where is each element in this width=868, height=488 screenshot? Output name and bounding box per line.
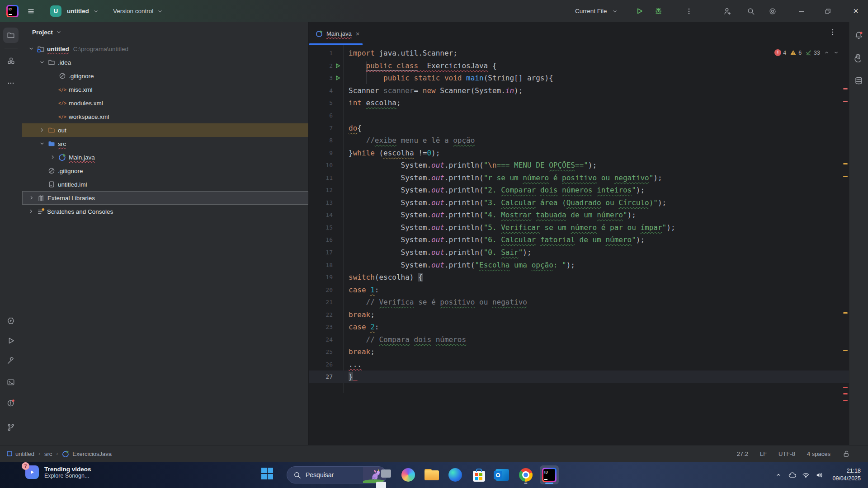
tray-overflow-icon[interactable]: [772, 472, 785, 478]
version-control-tool-button[interactable]: [3, 420, 19, 435]
error-stripe-mark[interactable]: [843, 101, 848, 102]
code-line[interactable]: 23case 2:: [309, 321, 849, 333]
chevron-right-icon[interactable]: [27, 208, 36, 215]
line-number[interactable]: 4: [309, 87, 333, 94]
minimize-button[interactable]: [794, 0, 809, 22]
problems-tool-button[interactable]: [3, 395, 19, 411]
taskbar-clock[interactable]: 21:18 09/04/2025: [832, 467, 861, 483]
code-line[interactable]: 19switch(escolha) {: [309, 271, 849, 284]
tree-item-untitled[interactable]: untitledC:\programa\untitled: [22, 42, 308, 56]
line-number[interactable]: 22: [309, 311, 333, 318]
project-tool-button[interactable]: [3, 28, 19, 43]
code-with-me-button[interactable]: [723, 0, 731, 22]
lock-icon[interactable]: [842, 450, 850, 458]
code-line[interactable]: 17 System.out.println("0. Sair");: [309, 246, 849, 259]
code-line[interactable]: 8 //exibe menu e lê a opção: [309, 134, 849, 147]
code-line[interactable]: 11 System.out.println("r se um número é …: [309, 171, 849, 184]
code-line[interactable]: 1import java.util.Scanner;: [309, 47, 849, 60]
error-stripe-mark[interactable]: [843, 88, 848, 89]
code-line[interactable]: 4Scanner scanner= new Scanner(System.in)…: [309, 84, 849, 97]
line-number[interactable]: 7: [309, 125, 333, 131]
wifi-icon[interactable]: [799, 471, 812, 479]
line-number[interactable]: 25: [309, 348, 333, 355]
line-number[interactable]: 24: [309, 336, 333, 343]
code-line[interactable]: 18 System.out.print("Escolha uma opção: …: [309, 258, 849, 271]
code-line[interactable]: 7do{: [309, 122, 849, 134]
vcs-widget[interactable]: Version control: [113, 0, 163, 22]
tree-item--gitignore[interactable]: .gitignore: [22, 164, 308, 178]
code-line[interactable]: 5int escolha;: [309, 97, 849, 109]
run-configuration-selector[interactable]: Current File: [575, 0, 618, 22]
database-tool-button[interactable]: [851, 73, 867, 88]
error-stripe-mark[interactable]: [843, 350, 848, 351]
settings-button[interactable]: [769, 0, 777, 22]
notifications-button[interactable]: [851, 28, 867, 43]
taskbar-app-edge[interactable]: [446, 465, 465, 484]
chevron-right-icon[interactable]: [48, 154, 57, 160]
code-line[interactable]: 21 // Verifica se é positivo ou negativo: [309, 296, 849, 309]
search-input[interactable]: Pesquisar: [287, 466, 387, 483]
code-line[interactable]: 27}_: [309, 371, 849, 383]
breadcrumb-item-untitled[interactable]: untitled: [6, 450, 34, 457]
widgets-button[interactable]: 7 Trending videos Explore Sonogn...: [25, 465, 91, 479]
error-stripe-mark[interactable]: [843, 393, 848, 394]
build-tool-button[interactable]: [3, 353, 19, 368]
taskbar-app-outlook[interactable]: O: [493, 465, 512, 484]
volume-icon[interactable]: [812, 471, 826, 479]
services-tool-button[interactable]: [3, 313, 19, 328]
line-number[interactable]: 11: [309, 174, 333, 181]
line-number[interactable]: 12: [309, 187, 333, 193]
tree-item-out[interactable]: out: [22, 123, 308, 137]
chevron-right-icon[interactable]: [38, 127, 47, 133]
taskbar-app-copilot[interactable]: [399, 465, 418, 484]
error-stripe-mark[interactable]: [843, 163, 848, 164]
tree-item-modules-xml[interactable]: </>modules.xml: [22, 96, 308, 110]
run-tool-button[interactable]: [3, 333, 19, 348]
line-number[interactable]: 20: [309, 286, 333, 293]
breadcrumb-item-exerciciosjava[interactable]: ExerciciosJava: [62, 450, 112, 458]
line-number[interactable]: 8: [309, 137, 333, 144]
tree-item-misc-xml[interactable]: </>misc.xml: [22, 83, 308, 96]
indent-setting[interactable]: 4 spaces: [807, 450, 830, 457]
code-line[interactable]: 6: [309, 109, 849, 122]
error-stripe-mark[interactable]: [843, 176, 848, 177]
taskbar-app-task-view[interactable]: [375, 465, 394, 484]
tree-item--gitignore[interactable]: .gitignore: [22, 69, 308, 83]
file-encoding[interactable]: UTF-8: [778, 450, 795, 457]
structure-tool-button[interactable]: [3, 53, 19, 68]
taskbar-app-microsoft-store[interactable]: [469, 465, 488, 484]
more-actions-button[interactable]: [685, 0, 693, 22]
code-line[interactable]: 25break;: [309, 346, 849, 358]
error-stripe-mark[interactable]: [843, 312, 848, 314]
chevron-down-icon[interactable]: [27, 46, 36, 52]
code-line[interactable]: 24 // Compara dois números: [309, 333, 849, 346]
ai-assistant-button[interactable]: [851, 50, 867, 66]
code-line[interactable]: 15 System.out.println("5. Verificar se u…: [309, 221, 849, 234]
main-menu-button[interactable]: [27, 0, 34, 22]
tab-close-icon[interactable]: ×: [356, 30, 360, 38]
line-number[interactable]: 21: [309, 299, 333, 305]
start-button[interactable]: [261, 468, 273, 479]
taskbar-app-chrome[interactable]: [516, 465, 535, 484]
tree-item-untitled-iml[interactable]: untitled.iml: [22, 178, 308, 191]
terminal-tool-button[interactable]: [3, 375, 19, 390]
line-number[interactable]: 26: [309, 361, 333, 368]
tree-item-workspace-xml[interactable]: </>workspace.xml: [22, 110, 308, 123]
line-number[interactable]: 15: [309, 224, 333, 231]
line-number[interactable]: 27: [309, 373, 333, 380]
line-ending[interactable]: LF: [760, 450, 767, 457]
code-line[interactable]: 10 System.out.println("\n=== MENU DE OPÇ…: [309, 159, 849, 172]
code-line[interactable]: 2 public class ExerciciosJava {: [309, 60, 849, 72]
line-number[interactable]: 9: [309, 150, 333, 156]
tree-item-scratches-and-consoles[interactable]: Scratches and Consoles: [22, 205, 308, 218]
code-line[interactable]: 14 System.out.println("4. Mostrar tabuad…: [309, 209, 849, 221]
code-line[interactable]: 22break;: [309, 308, 849, 321]
caret-position[interactable]: 27:2: [737, 450, 748, 457]
line-number[interactable]: 3: [309, 75, 333, 81]
code-line[interactable]: 13 System.out.println("3. Calcular área …: [309, 197, 849, 209]
more-tool-windows-button[interactable]: [3, 75, 19, 91]
next-problem-icon[interactable]: [833, 50, 839, 56]
chevron-right-icon[interactable]: [27, 195, 36, 201]
taskbar-app-intellij-idea[interactable]: IJ: [540, 465, 559, 484]
editor-options-button[interactable]: [829, 28, 836, 36]
